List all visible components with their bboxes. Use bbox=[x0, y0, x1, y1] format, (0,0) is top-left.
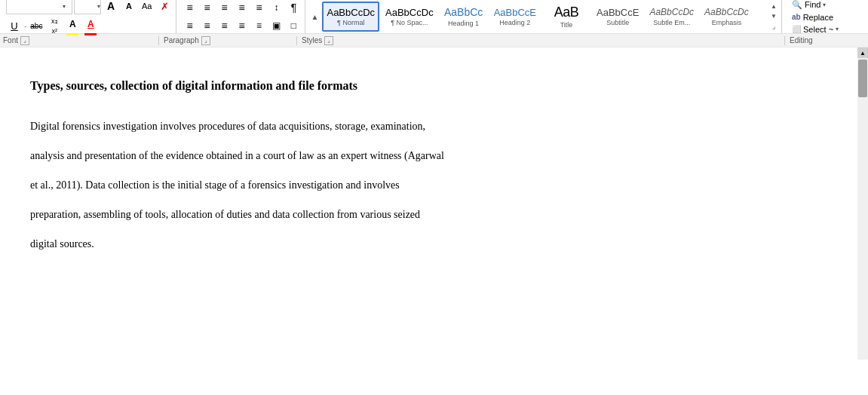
align-left-button[interactable]: ≡ bbox=[181, 17, 198, 34]
text-highlight-button[interactable]: A bbox=[64, 16, 81, 32]
paragraph-expand-button[interactable]: ⌟ bbox=[201, 36, 210, 45]
ribbon: New Ro ▾ 12 ▾ A A Aa ✗ U bbox=[0, 0, 868, 47]
find-dropdown-arrow[interactable]: ▾ bbox=[823, 2, 826, 8]
find-label: Find bbox=[805, 0, 820, 9]
style-normal[interactable]: AaBbCcDc ¶ Normal bbox=[322, 2, 379, 32]
styles-expand-button[interactable]: ⌟ bbox=[324, 36, 333, 45]
replace-item[interactable]: ab Replace bbox=[790, 12, 836, 23]
font-color-button[interactable]: A bbox=[82, 16, 99, 32]
underline-button[interactable]: U bbox=[6, 17, 23, 34]
label-divider-3 bbox=[784, 36, 785, 45]
grow-font-button[interactable]: A bbox=[103, 0, 119, 14]
style-heading1-label: Heading 1 bbox=[448, 20, 479, 27]
style-subtle-em-label: Subtle Em... bbox=[653, 19, 690, 26]
label-divider-2 bbox=[296, 36, 297, 45]
justify-button[interactable]: ≡ bbox=[233, 17, 250, 34]
editing-group: 🔍 Find ▾ ab Replace ⬜ Select ~ ▾ bbox=[784, 0, 865, 33]
change-case-button[interactable]: Aa bbox=[139, 0, 155, 14]
select-dropdown-arrow[interactable]: ▾ bbox=[836, 26, 839, 32]
script-buttons: x₂ x² bbox=[46, 17, 63, 35]
style-no-spacing-label: ¶ No Spac... bbox=[391, 19, 428, 26]
document-content-area: Types, sources, collection of digital in… bbox=[0, 47, 857, 360]
label-divider-1 bbox=[158, 36, 159, 45]
font-group-label: Font bbox=[3, 36, 18, 44]
editing-group-label: Editing bbox=[790, 36, 813, 44]
multilevel-list-button[interactable]: ≡ bbox=[216, 0, 232, 16]
align-center-button[interactable]: ≡ bbox=[198, 17, 215, 34]
subscript-button[interactable]: x₂ bbox=[46, 17, 63, 26]
paragraph-label-section: Paragraph ⌟ bbox=[164, 36, 292, 45]
document-title: Types, sources, collection of digital in… bbox=[30, 78, 812, 94]
decrease-indent-button[interactable]: ≡ bbox=[233, 0, 250, 16]
document-paragraph-3: et al., 2011). Data collection is the in… bbox=[30, 174, 812, 198]
style-no-spacing[interactable]: AaBbCcDc ¶ No Spac... bbox=[381, 2, 438, 32]
font-group: New Ro ▾ 12 ▾ A A Aa ✗ U bbox=[3, 0, 176, 33]
style-no-spacing-preview: AaBbCcDc bbox=[385, 7, 434, 19]
font-size-input[interactable]: 12 bbox=[78, 2, 97, 11]
editing-label-section: Editing bbox=[790, 36, 865, 44]
shading-button[interactable]: ▣ bbox=[268, 17, 284, 34]
font-size-box[interactable]: 12 ▾ bbox=[74, 0, 101, 14]
style-emphasis-label: Emphasis bbox=[712, 19, 742, 26]
align-right-button[interactable]: ≡ bbox=[216, 17, 232, 34]
styles-area: AaBbCcDc ¶ Normal AaBbCcDc ¶ No Spac... … bbox=[322, 0, 766, 33]
font-label-section: Font ⌟ bbox=[3, 36, 154, 45]
document-paragraph-1: Digital forensics investigation involves… bbox=[30, 115, 812, 139]
select-item[interactable]: ⬜ Select ~ ▾ bbox=[790, 24, 841, 35]
sort-button[interactable]: ↕ bbox=[268, 0, 284, 16]
scroll-up-button[interactable]: ▲ bbox=[857, 47, 868, 58]
document-paragraph-5: digital sources. bbox=[30, 233, 812, 256]
styles-scroll-down[interactable]: ▲ bbox=[768, 2, 780, 11]
bullets-button[interactable]: ≡ bbox=[181, 0, 198, 16]
font-expand-button[interactable]: ⌟ bbox=[20, 36, 29, 45]
style-title-label: Title bbox=[560, 21, 573, 29]
select-label: Select ~ bbox=[803, 25, 833, 34]
styles-scroll-up2[interactable]: ▼ bbox=[768, 11, 780, 21]
show-paragraph-marks-button[interactable]: ¶ bbox=[285, 0, 302, 16]
scroll-thumb[interactable] bbox=[858, 60, 867, 97]
style-subtitle[interactable]: AaBbCcE Subtitle bbox=[592, 2, 643, 32]
paragraph-group: ≡ ≡ ≡ ≡ ≡ ↕ ¶ ≡ ≡ ≡ ≡ ≡ ▣ □ bbox=[178, 0, 305, 33]
style-heading2[interactable]: AaBbCcE Heading 2 bbox=[489, 2, 541, 32]
strikethrough-button[interactable]: abc bbox=[28, 17, 44, 34]
document-body: Types, sources, collection of digital in… bbox=[30, 78, 812, 256]
increase-indent-button[interactable]: ≡ bbox=[250, 0, 267, 16]
style-heading2-preview: AaBbCcE bbox=[494, 7, 536, 19]
font-name-box[interactable]: New Ro ▾ bbox=[6, 0, 72, 14]
style-heading1-preview: AaBbCc bbox=[444, 6, 483, 19]
numbering-button[interactable]: ≡ bbox=[198, 0, 215, 16]
vertical-scrollbar[interactable]: ▲ bbox=[857, 47, 868, 360]
style-title-preview: AaB bbox=[554, 5, 579, 21]
style-emphasis-preview: AaBbCcDc bbox=[704, 7, 749, 17]
style-heading2-label: Heading 2 bbox=[499, 19, 530, 26]
styles-group-label: Styles bbox=[302, 36, 322, 44]
style-subtle-em[interactable]: AaBbCcDc Subtle Em... bbox=[645, 2, 698, 32]
style-subtitle-preview: AaBbCcE bbox=[597, 7, 639, 19]
select-icon: ⬜ bbox=[792, 25, 801, 33]
style-subtle-em-preview: AaBbCcDc bbox=[649, 7, 694, 17]
font-name-input[interactable]: New Ro bbox=[10, 2, 63, 11]
document-paragraph-4: preparation, assembling of tools, alloca… bbox=[30, 204, 812, 227]
style-emphasis[interactable]: AaBbCcDc Emphasis bbox=[700, 2, 753, 32]
replace-icon: ab bbox=[792, 13, 801, 21]
styles-label-section: Styles ⌟ bbox=[302, 36, 780, 45]
style-normal-label: ¶ Normal bbox=[337, 19, 364, 26]
styles-expand[interactable]: ⌟ bbox=[768, 21, 780, 32]
borders-button[interactable]: □ bbox=[285, 17, 302, 34]
style-heading1[interactable]: AaBbCc Heading 1 bbox=[440, 2, 488, 32]
line-spacing-button[interactable]: ≡ bbox=[250, 17, 267, 34]
font-name-dropdown-arrow[interactable]: ▾ bbox=[63, 3, 66, 10]
styles-scroll-up[interactable]: ▲ bbox=[308, 2, 321, 32]
style-subtitle-label: Subtitle bbox=[606, 19, 629, 26]
font-size-dropdown-arrow[interactable]: ▾ bbox=[97, 3, 100, 10]
shrink-font-button[interactable]: A bbox=[121, 0, 137, 14]
styles-group: ▲ AaBbCcDc ¶ Normal AaBbCcDc ¶ No Spac..… bbox=[307, 0, 782, 33]
subscript-separator: - bbox=[24, 22, 26, 30]
style-title[interactable]: AaB Title bbox=[542, 2, 590, 32]
ribbon-labels-row: Font ⌟ Paragraph ⌟ Styles ⌟ Editing bbox=[0, 33, 868, 47]
find-icon: 🔍 bbox=[792, 0, 802, 10]
find-item[interactable]: 🔍 Find ▾ bbox=[790, 0, 828, 11]
clear-format-button[interactable]: ✗ bbox=[156, 0, 173, 14]
paragraph-group-label: Paragraph bbox=[164, 36, 199, 44]
superscript-button[interactable]: x² bbox=[46, 26, 63, 35]
